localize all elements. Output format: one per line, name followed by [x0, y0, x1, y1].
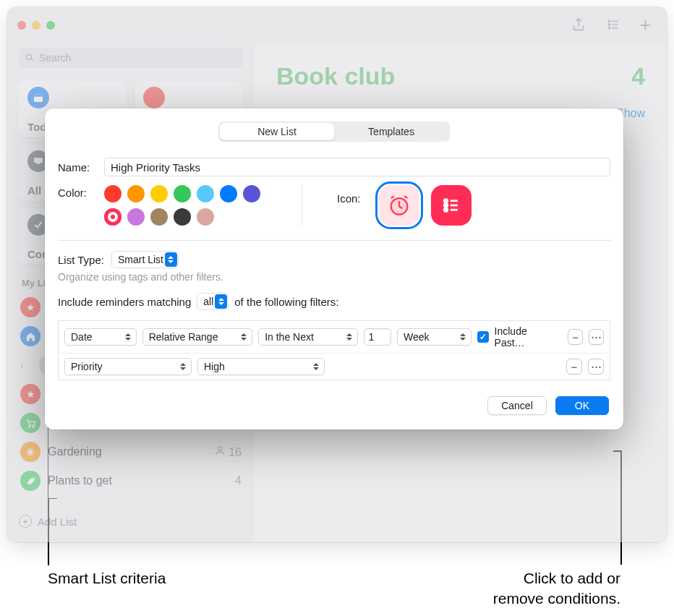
filter-op-select[interactable]: Relative Range [142, 328, 252, 346]
svg-point-8 [218, 447, 221, 450]
search-placeholder: Search [39, 52, 71, 64]
name-label: Name: [58, 161, 97, 174]
color-swatch-gray[interactable] [174, 208, 191, 226]
select-arrows-icon [460, 331, 467, 343]
calendar-icon [27, 87, 49, 108]
filter-unit-value: Week [404, 331, 430, 343]
include-past-checkbox[interactable]: ✓ [477, 331, 488, 343]
color-swatch-magenta[interactable] [127, 208, 145, 226]
tab-templates[interactable]: Templates [334, 123, 448, 140]
color-swatch-lightblue[interactable] [197, 185, 214, 202]
calendar-icon [143, 87, 165, 108]
color-swatch-pink[interactable] [104, 208, 121, 226]
filter-field-select[interactable]: Date [64, 328, 137, 346]
tile-label: All [27, 184, 41, 197]
svg-point-3 [26, 54, 31, 59]
svg-rect-5 [34, 94, 43, 96]
svg-point-1 [608, 23, 610, 25]
filter-unit-select[interactable]: Week [397, 328, 472, 346]
select-arrows-icon [180, 361, 187, 372]
chevron-right-icon: › [20, 360, 32, 371]
leaf-icon [20, 471, 40, 491]
color-swatch-brown[interactable] [150, 208, 168, 226]
cancel-button[interactable]: Cancel [487, 396, 547, 415]
remove-condition-button[interactable]: − [568, 329, 583, 345]
icon-option-list[interactable] [431, 185, 472, 226]
callout-criteria: Smart List criteria [48, 568, 166, 589]
callout-line-left [48, 499, 49, 565]
list-type-value: Smart List [118, 254, 163, 265]
color-swatch-orange[interactable] [127, 185, 145, 202]
cart-icon [20, 413, 40, 433]
filter-op-value: Relative Range [149, 331, 218, 343]
divider [58, 240, 610, 241]
page-title: Book club [276, 62, 645, 90]
include-past-label: Include Past… [495, 325, 557, 348]
star-icon: ★ [20, 297, 40, 317]
filter-number-input[interactable]: 1 [364, 328, 391, 346]
match-mode-value: all [203, 296, 213, 307]
svg-point-7 [33, 426, 34, 427]
select-arrows-icon [313, 361, 320, 372]
name-input[interactable]: High Priority Tasks [104, 158, 610, 176]
icon-option-alarm[interactable] [379, 185, 419, 226]
titlebar: + [7, 7, 667, 43]
view-options-icon[interactable] [605, 17, 621, 35]
add-list-label: Add List [38, 516, 77, 528]
plus-circle-icon: + [19, 515, 32, 528]
filter-row: Priority High − ⋯ [59, 353, 610, 380]
bullet-list-icon [440, 194, 462, 216]
color-label: Color: [58, 187, 97, 199]
svg-point-10 [444, 200, 448, 203]
color-swatch-yellow[interactable] [150, 185, 168, 202]
filter-field-select[interactable]: Priority [64, 358, 192, 375]
house-icon [20, 326, 40, 346]
flower-icon: ❀ [20, 442, 40, 462]
new-reminder-icon[interactable]: + [640, 17, 651, 35]
list-count: 4 [235, 474, 242, 487]
more-condition-button[interactable]: ⋯ [588, 359, 604, 375]
filter-value-value: High [204, 361, 225, 372]
tab-new-list[interactable]: New List [220, 123, 334, 140]
filter-field-value: Date [71, 331, 93, 343]
search-icon [25, 53, 35, 63]
star-icon: ★ [20, 384, 40, 404]
reminder-count: 4 [631, 62, 645, 90]
minimize-window-icon[interactable] [32, 21, 40, 30]
share-icon[interactable] [571, 17, 586, 35]
filter-rel-select[interactable]: In the Next [258, 328, 357, 346]
remove-condition-button[interactable]: − [566, 359, 582, 375]
ok-button[interactable]: OK [555, 396, 609, 415]
color-swatch-blue[interactable] [220, 185, 237, 202]
color-swatch-rose[interactable] [197, 208, 214, 226]
list-count: 16 [229, 446, 242, 458]
callout-addremove: Click to add or remove conditions. [493, 568, 620, 609]
list-type-hint: Organize using tags and other filters. [45, 268, 623, 293]
vertical-divider [302, 185, 302, 226]
filter-value-select[interactable]: High [197, 358, 325, 375]
list-count-wrap: 16 [214, 445, 242, 459]
add-list-button[interactable]: + Add List [19, 509, 243, 534]
callout-line-right [620, 450, 622, 565]
alarm-clock-icon [387, 193, 411, 218]
select-arrows-icon [241, 331, 248, 343]
svg-point-11 [444, 204, 448, 208]
match-suffix: of the following filters: [234, 296, 338, 308]
select-stepper-icon [165, 252, 177, 267]
filter-number-value: 1 [369, 331, 375, 343]
toolbar-right: + [571, 17, 657, 35]
color-swatch-green[interactable] [174, 185, 191, 202]
zoom-window-icon[interactable] [46, 21, 55, 30]
color-swatch-red[interactable] [104, 185, 121, 202]
close-window-icon[interactable] [17, 21, 26, 30]
select-arrows-icon [125, 331, 132, 343]
color-swatch-purple[interactable] [243, 185, 260, 202]
match-mode-select[interactable]: all [197, 293, 229, 310]
search-input[interactable]: Search [19, 48, 243, 68]
list-type-select[interactable]: Smart List [111, 251, 179, 268]
name-value: High Priority Tasks [111, 161, 200, 174]
new-list-dialog: New List Templates Name: High Priority T… [45, 108, 623, 429]
svg-point-2 [608, 27, 610, 28]
more-condition-button[interactable]: ⋯ [589, 329, 604, 345]
traffic-lights [17, 21, 55, 30]
